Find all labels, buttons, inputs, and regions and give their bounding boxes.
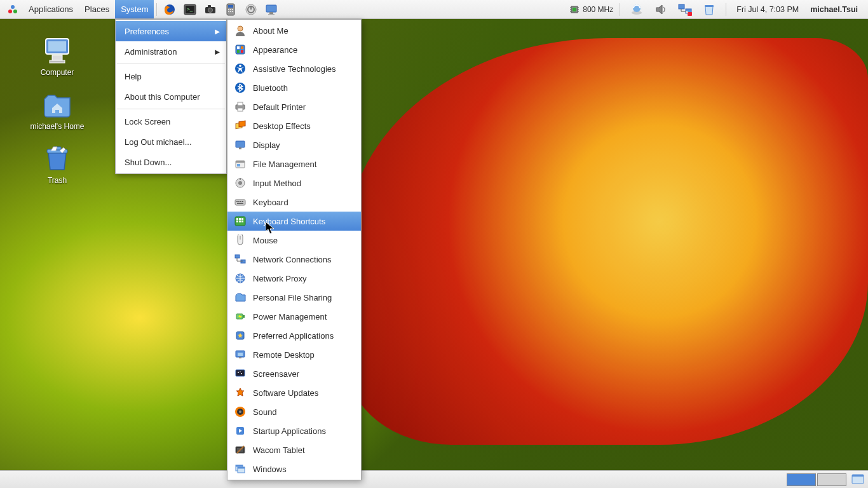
- network-icon[interactable]: [678, 3, 692, 17]
- preferences-item-screensaver[interactable]: Screensaver: [227, 364, 361, 383]
- preferences-item-bluetooth[interactable]: Bluetooth: [227, 78, 361, 97]
- svg-rect-78: [236, 220, 238, 222]
- menu-separator: [117, 109, 225, 109]
- preferences-item-label: Remote Desktop: [253, 350, 315, 360]
- svg-rect-13: [230, 9, 231, 10]
- system-menu-administration[interactable]: Administration▶: [116, 41, 226, 62]
- svg-rect-64: [237, 164, 240, 166]
- power-icon: [234, 310, 247, 323]
- preferences-item-file-share[interactable]: Personal File Sharing: [227, 288, 361, 307]
- monitor-icon[interactable]: [264, 3, 278, 17]
- preferences-item-printer[interactable]: Default Printer: [227, 97, 361, 116]
- preferences-item-windows[interactable]: Windows: [227, 459, 361, 478]
- preferences-item-startup[interactable]: Startup Applications: [227, 421, 361, 440]
- workspace-1[interactable]: [787, 473, 816, 486]
- svg-rect-17: [232, 11, 233, 12]
- desktop-icon-home[interactable]: michael's Home: [25, 89, 89, 131]
- menu-separator: [117, 64, 225, 64]
- cpu-freq-applet[interactable]: 800 MHz: [569, 4, 613, 15]
- preferences-item-label: Desktop Effects: [253, 121, 311, 131]
- system-menu-help[interactable]: Help: [116, 66, 226, 86]
- svg-rect-48: [237, 46, 240, 49]
- preferences-menu: About MeAppearanceAssistive Technologies…: [227, 19, 362, 480]
- svg-rect-76: [239, 218, 241, 220]
- system-menu-about[interactable]: About this Computer: [116, 86, 226, 107]
- svg-point-92: [238, 372, 239, 373]
- svg-point-9: [208, 8, 213, 12]
- svg-rect-8: [208, 5, 211, 8]
- clock-applet[interactable]: Fri Jul 4, 7:03 PM: [733, 5, 803, 14]
- file-share-icon: [234, 291, 247, 304]
- preferences-item-input[interactable]: Input Method: [227, 173, 361, 193]
- preferences-item-preferred[interactable]: Preferred Applications: [227, 326, 361, 345]
- svg-rect-11: [228, 5, 233, 8]
- display-icon: [234, 139, 247, 151]
- net-proxy-icon: [234, 272, 247, 285]
- svg-rect-38: [688, 12, 692, 16]
- updates-icon: [234, 386, 247, 399]
- svg-rect-43: [50, 60, 65, 63]
- preferences-item-shortcuts[interactable]: Keyboard Shortcuts: [227, 212, 361, 231]
- menu-applications[interactable]: Applications: [23, 0, 79, 18]
- svg-rect-67: [240, 178, 241, 180]
- preferences-item-label: Screensaver: [253, 369, 299, 379]
- preferences-item-net-conn[interactable]: Network Connections: [227, 250, 361, 269]
- preferences-item-label: Sound: [253, 407, 277, 417]
- workspace-pager[interactable]: [785, 472, 848, 487]
- screensaver-icon: [234, 367, 247, 380]
- preferences-item-power[interactable]: Power Management: [227, 307, 361, 326]
- svg-point-2: [13, 10, 17, 13]
- system-menu-logout[interactable]: Log Out michael...: [116, 132, 226, 152]
- file-mgr-icon: [234, 158, 247, 170]
- preferences-item-remote[interactable]: Remote Desktop: [227, 345, 361, 364]
- top-panel: Applications Places System >_ 800 MHz: [0, 0, 868, 19]
- svg-point-66: [238, 181, 242, 185]
- menu-places[interactable]: Places: [79, 0, 115, 18]
- preferences-item-updates[interactable]: Software Updates: [227, 383, 361, 402]
- clock-label: Fri Jul 4, 7:03 PM: [736, 5, 799, 14]
- workspace-2[interactable]: [817, 473, 846, 486]
- distributor-logo-icon[interactable]: [6, 3, 20, 17]
- volume-icon[interactable]: [654, 3, 668, 17]
- preferences-item-sound[interactable]: Sound: [227, 402, 361, 421]
- power-button-icon[interactable]: [244, 3, 258, 17]
- trash-tray-icon[interactable]: [702, 3, 716, 17]
- remote-icon: [234, 348, 247, 361]
- system-menu-lock[interactable]: Lock Screen: [116, 111, 226, 132]
- camera-icon[interactable]: [203, 3, 217, 17]
- user-menu[interactable]: michael.Tsui: [806, 5, 862, 14]
- sound-icon: [234, 405, 247, 418]
- preferences-item-effects[interactable]: Desktop Effects: [227, 116, 361, 135]
- software-update-icon[interactable]: [630, 3, 644, 17]
- preferences-item-person[interactable]: About Me: [227, 21, 361, 40]
- svg-rect-80: [241, 220, 243, 222]
- svg-rect-56: [238, 102, 243, 105]
- preferences-item-wacom[interactable]: Wacom Tablet: [227, 440, 361, 459]
- panel-separator: [620, 3, 620, 16]
- preferences-item-appearance[interactable]: Appearance: [227, 40, 361, 59]
- preferences-item-net-proxy[interactable]: Network Proxy: [227, 269, 361, 288]
- system-menu-shutdown[interactable]: Shut Down...: [116, 152, 226, 172]
- desktop-icon-computer[interactable]: Computer: [25, 35, 89, 77]
- svg-rect-72: [242, 201, 243, 202]
- preferences-item-mouse[interactable]: Mouse: [227, 231, 361, 250]
- preferences-item-file-mgr[interactable]: File Management: [227, 154, 361, 173]
- panel-right: 800 MHz Fri Jul 4, 7:03 PM michael.Tsui: [569, 0, 865, 18]
- preferences-item-display[interactable]: Display: [227, 135, 361, 154]
- firefox-icon[interactable]: [163, 3, 177, 17]
- person-icon: [234, 24, 247, 37]
- system-menu-preferences[interactable]: Preferences▶: [116, 21, 226, 41]
- preferences-item-keyboard[interactable]: Keyboard: [227, 193, 361, 212]
- svg-point-97: [239, 410, 241, 413]
- desktop-icon-trash[interactable]: Trash: [25, 143, 89, 185]
- terminal-icon[interactable]: >_: [183, 3, 197, 17]
- calculator-icon[interactable]: [224, 3, 238, 17]
- a11y-icon: [234, 62, 247, 75]
- svg-rect-60: [236, 141, 245, 147]
- svg-rect-15: [228, 11, 229, 12]
- menu-system[interactable]: System: [115, 0, 154, 18]
- show-desktop-icon[interactable]: [850, 473, 865, 486]
- svg-rect-105: [238, 467, 245, 469]
- preferences-item-a11y[interactable]: Assistive Technologies: [227, 59, 361, 78]
- svg-rect-61: [239, 147, 241, 149]
